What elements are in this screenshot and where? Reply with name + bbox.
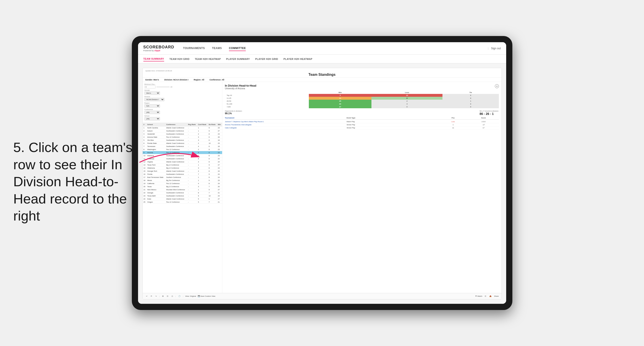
table-row[interactable]: 25 Oregon Pac-12 Conference - 5 7 21	[143, 201, 222, 204]
table-row[interactable]: 19 California Pac-12 Conference - 4 8 24	[143, 182, 222, 185]
sub-nav-team-summary[interactable]: TEAM SUMMARY	[143, 57, 164, 61]
record-area: W-L-T record in-division: 86 - 26 - 1	[480, 110, 499, 116]
sign-out-area: | Sign out	[488, 47, 501, 50]
table-row[interactable]: 14 Oklahoma Big 12 Conference - 3 8 24	[143, 167, 222, 170]
table-row[interactable]: 13 Texas Tech Big 12 Conference - 1 9 27	[143, 164, 222, 167]
toolbar-clock[interactable]: 🕐	[178, 295, 181, 297]
table-row[interactable]: 7 Tennessee Southeastern Conference - 4 …	[143, 145, 222, 148]
tournament-col-event: Event Type	[347, 117, 438, 119]
standings-table-container: # School Conference Reg Rank Conf Rank N…	[143, 123, 222, 293]
filter-conference-select[interactable]: (All)	[144, 111, 160, 114]
table-row[interactable]: 20 Texas Big 12 Conference - 3 7 20	[143, 185, 222, 188]
toolbar-export[interactable]: 📤	[489, 295, 492, 297]
table-row[interactable]: 16 Florida Southeastern Conference - 7 9…	[143, 173, 222, 176]
opponents-pct-label: Opponents in division:	[225, 110, 242, 112]
table-row[interactable]: 10 Alabama Southeastern Conference - 5 8…	[143, 154, 222, 157]
filter-region-select[interactable]: N/A	[144, 104, 160, 108]
tournament-row[interactable]: Cabo Collegiate Stroke Play 11 17	[225, 126, 499, 130]
nav-committee[interactable]: COMMITTEE	[229, 46, 246, 51]
sub-nav-team-h2h-grid[interactable]: TEAM H2H GRID	[170, 57, 190, 61]
h2h-col-win: Win	[309, 91, 372, 94]
filter-school-row-label: School	[144, 115, 220, 117]
panel-body: Minimum Rou... 20 Gender	[143, 82, 502, 293]
table-row[interactable]: 8 Washington Pac-12 Conference - 2 8 23	[143, 148, 222, 151]
filter-division-select[interactable]: NCAA Division I	[144, 98, 164, 101]
logo-area: SCOREBOARD Powered by clippd	[143, 45, 174, 52]
table-row-arizona[interactable]: 9 Arizona Pac-12 Conference - 5 8 23	[143, 151, 222, 154]
col-win: Win	[217, 123, 222, 126]
logo-brand: clippd	[154, 49, 160, 52]
h2h-row-51-100: 51-100 20 3 0	[225, 103, 499, 105]
sub-nav-player-h2h-grid[interactable]: PLAYER H2H GRID	[255, 57, 278, 61]
filter-conference-row: Conference (All)	[144, 109, 220, 114]
h2h-row-26-50: 26-50 25 2 1	[225, 100, 499, 103]
h2h-row-top10: Top 10 3 13 0	[225, 94, 499, 97]
filter-min-rounds-input[interactable]	[144, 86, 156, 88]
tournament-col-score: Score	[468, 117, 499, 119]
filter-min-rounds: Minimum Rou... 20	[144, 83, 220, 88]
table-row[interactable]: 2 Auburn Southeastern Conference - 1 9 2…	[143, 130, 222, 133]
filter-division-row: Division NCAA Division I	[144, 96, 220, 101]
toolbar-view-original[interactable]: View: Original	[185, 295, 196, 297]
table-row[interactable]: 4 Arizona State Pac-12 Conference - 3 6 …	[143, 136, 222, 139]
table-row[interactable]: 18 Illinois Big Ten Conference - 1 9 23	[143, 179, 222, 182]
h2h-table: Win Loss Tie Top 10 3 13	[225, 91, 499, 108]
toolbar-undo[interactable]: ↩	[145, 295, 148, 297]
table-row[interactable]: 21 New Mexico Mountain West Conference -…	[143, 188, 222, 191]
table-row[interactable]: 12 Virginia Atlantic Coast Conference - …	[143, 161, 222, 164]
filter-min-rounds-slider[interactable]	[156, 87, 170, 87]
h2h-title: In Division Head-to-Head	[225, 84, 256, 87]
filter-school-select[interactable]: (All)	[144, 117, 160, 120]
toolbar-save-custom[interactable]: 💾 Save Custom View	[198, 295, 215, 297]
sub-navigation: TEAM SUMMARY TEAM H2H GRID TEAM H2H HEAT…	[138, 55, 506, 63]
panel-filters: Gender: Men's Division: NCAA Division I …	[143, 78, 502, 82]
table-row[interactable]: 5 Ole Miss Southeastern Conference - 3 6…	[143, 139, 222, 142]
watch-icon: 👁	[475, 295, 477, 297]
toolbar-share-icon[interactable]: ⊡	[484, 295, 487, 297]
toolbar-watch[interactable]: 👁 Watch	[475, 295, 482, 297]
table-row[interactable]: 11 Arkansas Southeastern Conference - 6 …	[143, 157, 222, 161]
table-row[interactable]: 6 Florida State Atlantic Coast Conferenc…	[143, 142, 222, 145]
table-row[interactable]: 1 North Carolina Atlantic Coast Conferen…	[143, 126, 222, 130]
scoreboard-panel: Update time: 27/03/2024 16:56:26 Team St…	[142, 68, 502, 299]
table-row[interactable]: 24 Duke Atlantic Coast Conference - 5 9 …	[143, 197, 222, 201]
table-row[interactable]: 22 Georgia Southeastern Conference - 8 7…	[143, 191, 222, 194]
left-column: Minimum Rou... 20 Gender	[143, 82, 222, 293]
toolbar-sep2: |	[176, 295, 176, 297]
table-row[interactable]: 15 Georgia Tech Atlantic Coast Conferenc…	[143, 170, 222, 173]
nav-teams[interactable]: TEAMS	[212, 46, 222, 51]
filter-region-row-label: Region	[144, 102, 220, 104]
sub-nav-team-h2h-heatmap[interactable]: TEAM H2H HEATMAP	[195, 57, 221, 61]
top-navigation: SCOREBOARD Powered by clippd TOURNAMENTS…	[138, 42, 506, 55]
toolbar-forward[interactable]: ↪	[155, 295, 158, 297]
table-row[interactable]: 3 Vanderbilt Southeastern Conference - 2…	[143, 133, 222, 136]
table-row[interactable]: 17 East Tennessee State Southern Confere…	[143, 176, 222, 179]
sub-nav-player-h2h-heatmap[interactable]: PLAYER H2H HEATMAP	[284, 57, 312, 61]
toolbar-plus[interactable]: ◷	[171, 295, 174, 297]
toolbar-grid[interactable]: ⊞	[162, 295, 164, 297]
h2h-row-11-25: 11-25 11 8 0	[225, 97, 499, 100]
table-row[interactable]: 23 Texas A&M Southeastern Conference - 9…	[143, 194, 222, 197]
toolbar-redo[interactable]: ⟳	[150, 295, 153, 297]
toolbar-share[interactable]: Share	[494, 295, 499, 297]
filter-conference: Conference: All	[210, 79, 224, 81]
record-label: W-L-T record in-division:	[480, 110, 499, 112]
h2h-close-button[interactable]: ✕	[495, 84, 499, 88]
update-time: Update time: 27/03/2024 16:56:26	[145, 70, 499, 72]
tournament-col-name: Tournament	[225, 117, 347, 119]
filter-gender-select[interactable]: Men's	[144, 91, 160, 95]
filter-region-label: Region:	[194, 79, 201, 81]
filter-region-row: Region N/A	[144, 102, 220, 108]
toolbar-layout[interactable]: ⊡	[166, 295, 169, 297]
sub-nav-player-summary[interactable]: PLAYER SUMMARY	[226, 57, 250, 61]
h2h-team-name: University of Arizona	[225, 87, 256, 90]
filter-division-row-label: Division	[144, 96, 220, 98]
sign-out-button[interactable]: Sign out	[491, 47, 501, 50]
filter-region: Region: All	[194, 79, 204, 81]
tournament-row[interactable]: Arizona Thunderbirds Intercollegiate Str…	[225, 123, 499, 126]
nav-tournaments[interactable]: TOURNAMENTS	[183, 46, 205, 51]
h2h-title-area: In Division Head-to-Head University of A…	[225, 84, 256, 90]
bottom-toolbar: ↩ ⟳ ↪ | ⊞ ⊡ ◷ | 🕐 | View: Original 💾	[143, 293, 502, 299]
tournament-row[interactable]: Jackson T. Stephens Cup Men's Match Play…	[225, 120, 499, 123]
tournament-section: Tournament Event Type Pos Score Jackson …	[225, 117, 499, 130]
